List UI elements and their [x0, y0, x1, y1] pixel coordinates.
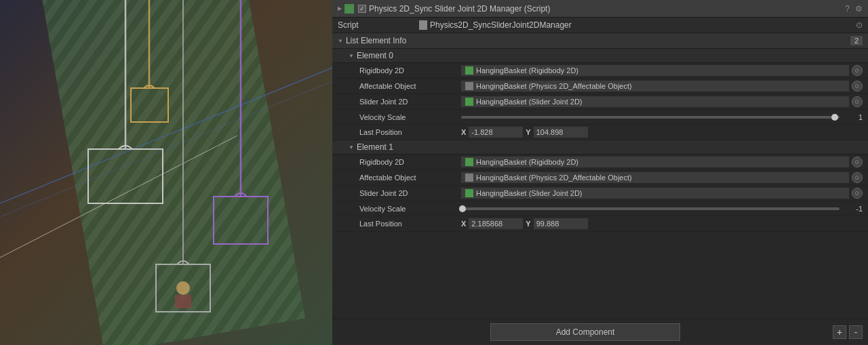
slider1-green-icon	[465, 189, 473, 197]
element-0-velocity-value: 1	[461, 113, 863, 121]
script-field-value: Physics2D_SyncSliderJoint2DManager	[419, 20, 572, 30]
element-1-x-label: X	[461, 220, 466, 228]
element-0-rigidbody-row: Rigidbody 2D HangingBasket (Rigidbody 2D…	[332, 63, 868, 79]
element-1-rigidbody-label: Rigidbody 2D	[359, 158, 461, 166]
script-row: Script Physics2D_SyncSliderJoint2DManage…	[332, 18, 868, 33]
element-0-lastpos-row: Last Position X Y	[332, 125, 868, 140]
element-1-affectable-row: Affectable Object HangingBasket (Physics…	[332, 170, 868, 186]
element-1-affectable-value: HangingBasket (Physics 2D_Affectable Obj…	[461, 172, 863, 183]
element-0-y-label: Y	[526, 128, 530, 136]
svg-point-14	[176, 281, 190, 295]
element-0-y-input[interactable]	[534, 127, 588, 138]
element-1-slider-ref: HangingBasket (Slider Joint 2D)	[461, 188, 849, 199]
element-0-affectable-row: Affectable Object HangingBasket (Physics…	[332, 79, 868, 94]
element-1-slider-track	[461, 207, 840, 210]
element-1-header: ▼ Element 1	[332, 140, 868, 155]
component-header: ▶ ✓ Physics 2D_Sync Slider Joint 2D Mana…	[332, 0, 868, 18]
element-1-x-input[interactable]	[469, 218, 523, 229]
element-1-lastpos-value: X Y	[461, 218, 863, 229]
element-0-slider-ref: HangingBasket (Slider Joint 2D)	[461, 96, 849, 107]
fold-triangle-icon[interactable]: ▶	[338, 5, 342, 12]
doc-icon	[419, 20, 427, 30]
script-icon	[344, 4, 354, 14]
element-0-label: Element 0	[357, 51, 393, 60]
element-0-affectable-text: HangingBasket (Physics 2D_Affectable Obj…	[476, 82, 632, 90]
element-1-lastpos-row: Last Position X Y	[332, 216, 868, 232]
element-1-slider-thumb	[459, 205, 466, 212]
element-0-affectable-value: HangingBasket (Physics 2D_Affectable Obj…	[461, 81, 863, 92]
settings-icon[interactable]: ⚙	[855, 4, 863, 14]
element-1-velocity-value: -1	[461, 205, 863, 213]
element-0-rigidbody-label: Rigidbody 2D	[359, 66, 461, 75]
element-0-affectable-ref: HangingBasket (Physics 2D_Affectable Obj…	[461, 81, 849, 92]
plus-minus-buttons: + -	[833, 325, 863, 339]
affectable1-doc-icon	[465, 174, 473, 182]
element-0-slider-row: Slider Joint 2D HangingBasket (Slider Jo…	[332, 94, 868, 110]
help-icon[interactable]: ?	[845, 4, 850, 14]
script-field-label: Script	[338, 20, 419, 30]
minus-button[interactable]: -	[849, 325, 863, 339]
element-1-y-input[interactable]	[534, 218, 588, 229]
element-1-slider-value: HangingBasket (Slider Joint 2D) ⊙	[461, 188, 863, 199]
element-0-velocity-number: 1	[842, 113, 863, 121]
list-fold-icon[interactable]: ▼	[338, 38, 343, 44]
list-element-info-header: ▼ List Element Info 2	[332, 33, 868, 49]
element-1-affectable-ref: HangingBasket (Physics 2D_Affectable Obj…	[461, 172, 849, 183]
element-1-rigidbody-value: HangingBasket (Rigidbody 2D) ⊙	[461, 157, 863, 167]
element-1-velocity-number: -1	[842, 205, 863, 213]
element-0-x-input[interactable]	[469, 127, 523, 138]
element-1-slider-label: Slider Joint 2D	[359, 189, 461, 197]
element-1-slider-pick-btn[interactable]: ⊙	[852, 188, 863, 199]
element-1-slider-text: HangingBasket (Slider Joint 2D)	[476, 189, 583, 197]
list-element-info-label: List Element Info	[346, 36, 406, 45]
element-1-y-label: Y	[526, 220, 530, 228]
element-0-xy-container: X Y	[461, 127, 863, 138]
element-0-x-label: X	[461, 128, 466, 136]
element-0-lastpos-label: Last Position	[359, 128, 461, 136]
scene-panel	[0, 0, 332, 345]
svg-rect-15	[175, 295, 191, 308]
component-title: Physics 2D_Sync Slider Joint 2D Manager …	[369, 4, 842, 14]
element-0-slider-value: HangingBasket (Slider Joint 2D) ⊙	[461, 96, 863, 107]
element-0-rigidbody-pick-btn[interactable]: ⊙	[852, 65, 863, 76]
element-1-velocity-label: Velocity Scale	[359, 205, 461, 213]
element-0-velocity-slider[interactable]	[461, 116, 840, 119]
add-component-button[interactable]: Add Component	[490, 323, 680, 341]
element-0-velocity-row: Velocity Scale 1	[332, 110, 868, 125]
element-0-rigidbody-text: HangingBasket (Rigidbody 2D)	[476, 66, 578, 75]
element-0-header: ▼ Element 0	[332, 49, 868, 63]
element-1-affectable-text: HangingBasket (Physics 2D_Affectable Obj…	[476, 174, 632, 182]
element-1-rigidbody-text: HangingBasket (Rigidbody 2D)	[476, 158, 578, 166]
element-1-affectable-pick-btn[interactable]: ⊙	[852, 172, 863, 183]
scene-svg	[0, 0, 332, 345]
list-count-badge: 2	[850, 36, 863, 45]
element-0-slider-text: HangingBasket (Slider Joint 2D)	[476, 98, 583, 106]
element-1-rigidbody-row: Rigidbody 2D HangingBasket (Rigidbody 2D…	[332, 155, 868, 170]
element-1-xy-container: X Y	[461, 218, 863, 229]
element-0-affectable-label: Affectable Object	[359, 82, 461, 90]
element-0-lastpos-value: X Y	[461, 127, 863, 138]
element-1-velocity-slider[interactable]	[461, 207, 840, 210]
affectable-doc-icon	[465, 82, 473, 90]
element-1-label: Element 1	[357, 142, 393, 152]
script-settings-icon[interactable]: ⊙	[856, 20, 863, 30]
element-0-rigidbody-value: HangingBasket (Rigidbody 2D) ⊙	[461, 65, 863, 76]
element-1-slider-row: Slider Joint 2D HangingBasket (Slider Jo…	[332, 186, 868, 201]
element-0-affectable-pick-btn[interactable]: ⊙	[852, 81, 863, 92]
element-0-fold-icon[interactable]: ▼	[349, 53, 354, 59]
element-0-slider-track	[461, 116, 840, 119]
plus-button[interactable]: +	[833, 325, 846, 339]
header-icons: ? ⚙	[845, 4, 863, 14]
element-0-velocity-label: Velocity Scale	[359, 113, 461, 121]
element-1-fold-icon[interactable]: ▼	[349, 144, 354, 150]
element-1-rigidbody-pick-btn[interactable]: ⊙	[852, 157, 863, 167]
content-area: ▼ List Element Info 2 ▼ Element 0 Rigidb…	[332, 33, 868, 319]
element-1-affectable-label: Affectable Object	[359, 174, 461, 182]
element-0-slider-label: Slider Joint 2D	[359, 98, 461, 106]
component-checkbox[interactable]: ✓	[358, 5, 366, 13]
element-0-slider-pick-btn[interactable]: ⊙	[852, 96, 863, 107]
element-0-slider-thumb	[831, 114, 838, 121]
slider-green-icon	[465, 98, 473, 106]
element-0-rigidbody-ref: HangingBasket (Rigidbody 2D)	[461, 65, 849, 76]
element-1-rigidbody-ref: HangingBasket (Rigidbody 2D)	[461, 157, 849, 167]
